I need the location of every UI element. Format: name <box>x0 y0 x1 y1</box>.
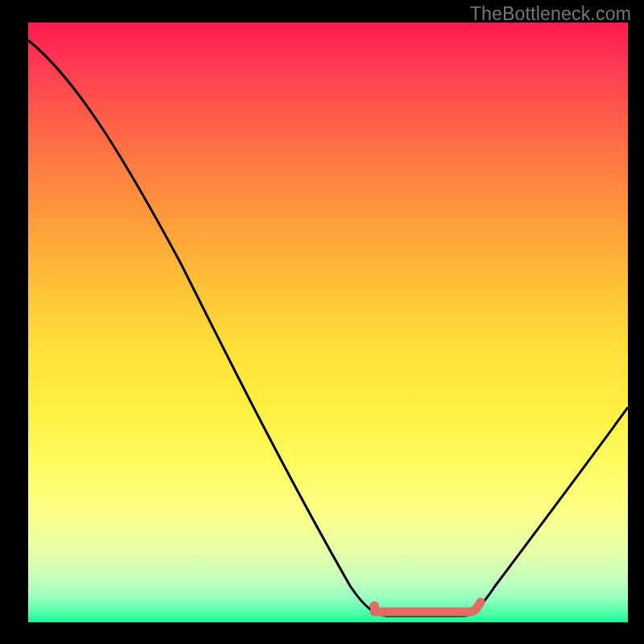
watermark-text: TheBottleneck.com <box>470 3 631 25</box>
chart-frame: TheBottleneck.com <box>0 0 644 644</box>
highlight-segment <box>374 602 481 612</box>
highlight-start-dot <box>369 601 379 611</box>
curve-path <box>28 40 628 616</box>
bottleneck-curve <box>28 23 628 622</box>
